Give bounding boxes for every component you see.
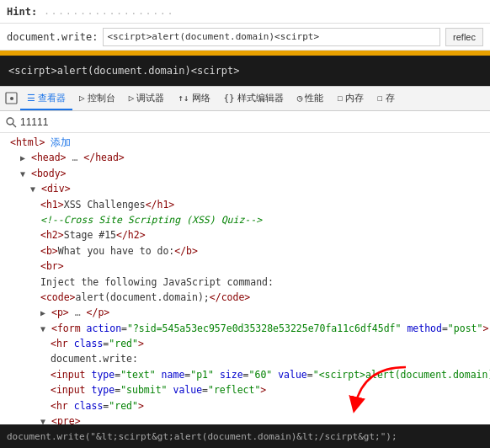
tree-row-body[interactable]: ▼ <body> xyxy=(0,166,490,181)
tree-row-form[interactable]: ▼ <form action="?sid=545a53ec957e0d35328… xyxy=(0,321,490,336)
tree-row-br[interactable]: <br> xyxy=(0,259,490,274)
tree-row-html[interactable]: <html> 添加 xyxy=(0,135,490,150)
dom-tree: <html> 添加 ▶ <head> … </head> ▼ <body> ▼ … xyxy=(0,133,490,448)
reflect-button[interactable]: reflec xyxy=(445,28,483,46)
tree-row-comment[interactable]: <!--Cross Site Scripting (XSS) Quiz--> xyxy=(0,212,490,227)
tab-storage[interactable]: ☐ 存 xyxy=(370,87,402,110)
viewer-icon: ☰ xyxy=(27,93,35,104)
tree-row-h2[interactable]: <h2>Stage #15</h2> xyxy=(0,227,490,243)
html-tag: <html> 添加 xyxy=(10,136,71,148)
dw-label-text: document.write: xyxy=(51,353,138,365)
code-tag: <code>alert(document.domain);</code> xyxy=(40,291,250,303)
tree-row-h1[interactable]: <h1>XSS Challenges</h1> xyxy=(0,197,490,212)
tab-debugger[interactable]: ▷ 调试器 xyxy=(122,87,172,110)
br-tag: <br> xyxy=(40,260,64,272)
tree-row-b[interactable]: <b>What you have to do:</b> xyxy=(0,243,490,259)
tab-network[interactable]: ↑↓ 网络 xyxy=(171,87,216,110)
write-label: document.write: xyxy=(7,31,98,43)
tree-row-dw-label[interactable]: document.write: xyxy=(0,351,490,366)
tree-row-head[interactable]: ▶ <head> … </head> xyxy=(0,150,490,165)
tab-style-editor[interactable]: {} 样式编辑器 xyxy=(217,87,290,110)
tree-row-hr1[interactable]: <hr class="red"> xyxy=(0,336,490,351)
tab-debugger-label: 调试器 xyxy=(136,92,164,104)
tab-memory-label: 内存 xyxy=(345,92,364,104)
head-tag: ▶ <head> … </head> xyxy=(20,152,125,163)
write-input[interactable] xyxy=(103,28,440,46)
comment-tag: <!--Cross Site Scripting (XSS) Quiz--> xyxy=(40,214,262,226)
tab-viewer[interactable]: ☰ 查看器 xyxy=(20,87,72,110)
inject-text: Inject the following JavaScript command: xyxy=(40,276,274,288)
tree-row-input-submit[interactable]: <input type="submit" value="reflect"> xyxy=(0,382,490,397)
network-icon: ↑↓ xyxy=(178,93,189,104)
tab-performance[interactable]: ◷ 性能 xyxy=(290,87,331,110)
storage-icon: ☐ xyxy=(377,93,383,104)
hint-dots: .................. xyxy=(44,6,174,17)
svg-point-2 xyxy=(7,118,13,125)
script-display: <scirpt>alert(document.domain)<scirpt> xyxy=(0,56,490,86)
tab-viewer-label: 查看器 xyxy=(38,92,66,104)
style-icon: {} xyxy=(224,93,235,104)
tab-console[interactable]: ▷ 控制台 xyxy=(72,87,122,110)
script-display-text: <scirpt>alert(document.domain)<scirpt> xyxy=(8,65,240,77)
devtools-inspect-icon[interactable] xyxy=(3,90,20,107)
hint-bar: Hint: .................. xyxy=(0,0,490,24)
search-bar xyxy=(0,111,490,133)
h2-tag: <h2>Stage #15</h2> xyxy=(40,229,146,241)
write-bar: document.write: reflec xyxy=(0,24,490,51)
perf-icon: ◷ xyxy=(297,93,303,104)
tab-perf-label: 性能 xyxy=(305,92,323,104)
form-tag: ▼ <form action="?sid=545a53ec957e0d35328… xyxy=(40,323,488,334)
svg-line-3 xyxy=(13,124,16,127)
tree-row-input-text[interactable]: <input type="text" name="p1" size="60" v… xyxy=(0,367,490,382)
b-tag: <b>What you have to do:</b> xyxy=(40,245,198,257)
svg-point-1 xyxy=(10,97,13,100)
h1-tag: <h1>XSS Challenges</h1> xyxy=(40,199,174,211)
console-icon: ▷ xyxy=(79,93,85,104)
hint-label: Hint: xyxy=(7,6,37,18)
div-tag: ▼ <div> xyxy=(30,183,71,195)
bottom-bar: document.write("&lt;scirpt&gt;alert(docu… xyxy=(0,424,490,448)
tree-row-code[interactable]: <code>alert(document.domain);</code> xyxy=(0,290,490,305)
body-tag: ▼ <body> xyxy=(20,168,67,179)
tree-row-hr2[interactable]: <hr class="red"> xyxy=(0,398,490,413)
p-tag: ▶ <p> … </p> xyxy=(40,307,109,318)
memory-icon: ☐ xyxy=(337,93,343,104)
input-submit-tag: <input type="submit" value="reflect"> xyxy=(51,384,266,396)
hr2-tag: <hr class="red"> xyxy=(51,400,144,412)
search-icon xyxy=(5,116,17,128)
tab-memory[interactable]: ☐ 内存 xyxy=(330,87,370,110)
tab-storage-label: 存 xyxy=(386,92,395,104)
tab-console-label: 控制台 xyxy=(88,92,115,104)
hr1-tag: <hr class="red"> xyxy=(51,338,144,349)
tree-row-p[interactable]: ▶ <p> … </p> xyxy=(0,305,490,320)
bottom-script-text: document.write("&lt;scirpt&gt;alert(docu… xyxy=(0,431,404,442)
devtools-toolbar: ☰ 查看器 ▷ 控制台 ▷ 调试器 ↑↓ 网络 {} 样式编辑器 ◷ 性能 ☐ … xyxy=(0,86,490,111)
search-input[interactable] xyxy=(20,116,485,128)
tab-style-label: 样式编辑器 xyxy=(237,92,284,104)
debugger-icon: ▷ xyxy=(129,93,135,104)
tree-row-div[interactable]: ▼ <div> xyxy=(0,181,490,196)
tree-row-text-inject[interactable]: Inject the following JavaScript command: xyxy=(0,275,490,290)
input-text-tag: <input type="text" name="p1" size="60" v… xyxy=(51,369,490,381)
tab-network-label: 网络 xyxy=(192,92,210,104)
